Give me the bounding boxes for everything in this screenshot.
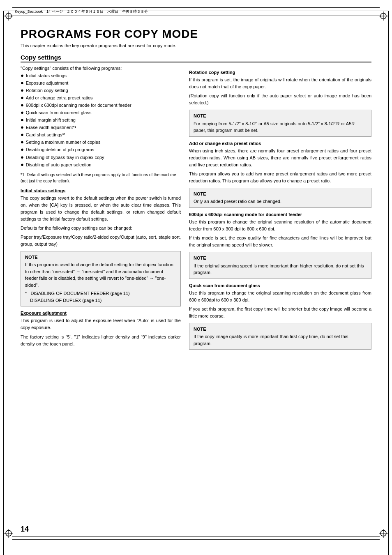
body-text-exposure-2: The factory setting is "5". "1" indicate… (21, 334, 181, 348)
list-item: ●Exposure adjustment (21, 80, 181, 87)
list-item-text: Rotation copy setting (26, 87, 68, 94)
list-item: ●Card shot settings*¹ (21, 131, 181, 138)
body-text: The copy settings revert to the default … (21, 195, 181, 223)
note-box-preset: NOTE Only an added preset ratio can be c… (189, 188, 371, 208)
note-box-rotation: NOTE For copying from 5-1/2" x 8-1/2" or… (189, 110, 371, 137)
note-text: Only an added preset ratio can be change… (194, 198, 367, 205)
note-title: NOTE (25, 254, 176, 261)
subsection-add-change-preset: Add or change extra preset ratios When u… (189, 141, 371, 208)
sub-heading-exposure: Exposure adjustment (21, 311, 181, 315)
bullet-icon: ● (21, 94, 24, 101)
body-text: Defaults for the following copy settings… (21, 225, 181, 232)
subsection-exposure-adj: Exposure adjustment This program is used… (21, 311, 181, 347)
page-title: PROGRAMS FOR COPY MODE (21, 28, 371, 41)
note-text: If this program is used to change the de… (25, 261, 176, 288)
note-title: NOTE (194, 255, 367, 262)
note-link-text: * DISABLING OF DOCUMENT FEEDER (page 11)… (25, 290, 176, 304)
list-item: ●Disabling of bypass-tray in duplex copy (21, 154, 181, 161)
body-text-preset-1: When using inch sizes, there are normall… (189, 147, 371, 168)
body-text-600dpi-1: Use this program to change the original … (189, 219, 371, 233)
note-text: If the copy image quality is more import… (194, 333, 367, 347)
list-item-text: Disabling deletion of job programs (26, 146, 94, 153)
corner-bl (4, 529, 13, 538)
svg-point-3 (380, 13, 386, 19)
list-item-text: Initial margin shift setting (26, 117, 76, 124)
bullet-icon: ● (21, 117, 24, 124)
bullet-icon: ● (21, 72, 24, 79)
list-item: ●Initial margin shift setting (21, 117, 181, 124)
subsection-initial-status: Initial status settings The copy setting… (21, 188, 181, 307)
bullet-icon: ● (21, 131, 24, 138)
header-file-info: Keyop_Sec.book 14 ページ ２００４年９月１５日 水曜日 午後８… (15, 9, 148, 14)
note-title: NOTE (194, 113, 367, 120)
note-box-quick-scan: NOTE If the copy image quality is more i… (189, 323, 371, 350)
subsection-quick-scan: Quick scan from document glass Use this … (189, 283, 371, 350)
list-item-text: 600dpi x 600dpi scanning mode for docume… (26, 102, 131, 109)
list-item: ●Quick scan from document glass (21, 109, 181, 116)
list-item-text: Quick scan from document glass (26, 109, 92, 116)
note-text: For copying from 5-1/2" x 8-1/2" or A5 s… (194, 120, 367, 134)
bullet-list: ●Initial status settings ●Exposure adjus… (21, 72, 181, 168)
body-text-rotation-1: If this program is set, the image of ori… (189, 76, 371, 90)
sub-heading-rotation: Rotation copy setting (189, 70, 371, 75)
svg-point-0 (6, 13, 12, 19)
bullet-icon: ● (21, 154, 24, 161)
corner-br (379, 529, 388, 538)
sub-heading-600dpi: 600dpi x 600dpi scanning mode for docume… (189, 212, 371, 217)
bullet-icon: ● (21, 139, 24, 146)
page-subtitle: This chapter explains the key operator p… (21, 43, 371, 48)
bullet-icon: ● (21, 161, 24, 168)
main-content: PROGRAMS FOR COPY MODE This chapter expl… (0, 19, 392, 365)
subsection-rotation-copy: Rotation copy setting If this program is… (189, 70, 371, 137)
svg-point-9 (380, 530, 386, 536)
bullet-icon: ● (21, 102, 24, 109)
note-box-600dpi: NOTE If the original scanning speed is m… (189, 252, 371, 279)
list-item: ●Add or change extra preset ratios (21, 94, 181, 101)
list-item: ●Initial status settings (21, 72, 181, 79)
section-heading: Copy settings (21, 54, 371, 62)
list-item: ●Setting a maximum number of copies (21, 139, 181, 146)
list-item-text: Erase width adjustment*¹ (26, 124, 76, 131)
body-text-quick-scan-1: Use this program to change the original … (189, 290, 371, 304)
two-col-layout: "Copy settings" consists of the followin… (21, 66, 371, 353)
svg-point-6 (6, 530, 12, 536)
body-text-quick-scan-2: If you set this program, the first copy … (189, 306, 371, 320)
note-box-initial-status: NOTE If this program is used to change t… (21, 251, 181, 307)
list-item-text: Exposure adjustment (26, 80, 68, 87)
left-column: "Copy settings" consists of the followin… (21, 66, 181, 350)
page-number: 14 (21, 525, 29, 534)
list-item-text: Disabling of bypass-tray in duplex copy (26, 154, 104, 161)
sub-heading-quick-scan: Quick scan from document glass (189, 283, 371, 288)
body-text-600dpi-2: If this mode is set, the copy quality fo… (189, 235, 371, 249)
list-item-text: Disabling of auto paper selection (26, 161, 92, 168)
bullet-icon: ● (21, 146, 24, 153)
list-item: ●600dpi x 600dpi scanning mode for docum… (21, 102, 181, 109)
body-text-rotation-2: (Rotation copy will function only if the… (189, 92, 371, 106)
list-item-text: Setting a maximum number of copies (26, 139, 101, 146)
note-text: If the original scanning speed is more i… (194, 263, 367, 276)
footnote-text: *1 Default settings selected with these … (21, 172, 181, 184)
subsection-600dpi: 600dpi x 600dpi scanning mode for docume… (189, 212, 371, 279)
note-title: NOTE (194, 191, 367, 198)
note-title: NOTE (194, 326, 367, 333)
header-bar: Keyop_Sec.book 14 ページ ２００４年９月１５日 水曜日 午後８… (12, 7, 380, 16)
intro-text: "Copy settings" consists of the followin… (21, 66, 181, 71)
page-wrapper: Keyop_Sec.book 14 ページ ２００４年９月１５日 水曜日 午後８… (0, 7, 392, 555)
body-text-preset-2: This program allows you to add two more … (189, 170, 371, 184)
list-item: ●Rotation copy setting (21, 87, 181, 94)
bullet-icon: ● (21, 109, 24, 116)
bottom-bar (12, 537, 380, 540)
list-item-text: Initial status settings (26, 72, 67, 79)
bullet-icon: ● (21, 87, 24, 94)
list-item: ●Disabling deletion of job programs (21, 146, 181, 153)
bullet-icon: ● (21, 80, 24, 87)
sub-heading-initial-status: Initial status settings (21, 188, 181, 193)
body-text: Paper tray/Exposure tray/Copy ratio/2-si… (21, 234, 181, 248)
body-text-exposure-1: This program is used to adjust the expos… (21, 317, 181, 331)
bullet-icon: ● (21, 124, 24, 131)
list-item: ●Erase width adjustment*¹ (21, 124, 181, 131)
list-item: ●Disabling of auto paper selection (21, 161, 181, 168)
sub-heading-add-change: Add or change extra preset ratios (189, 141, 371, 146)
list-item-text: Add or change extra preset ratios (26, 94, 93, 101)
right-column: Rotation copy setting If this program is… (189, 66, 371, 353)
